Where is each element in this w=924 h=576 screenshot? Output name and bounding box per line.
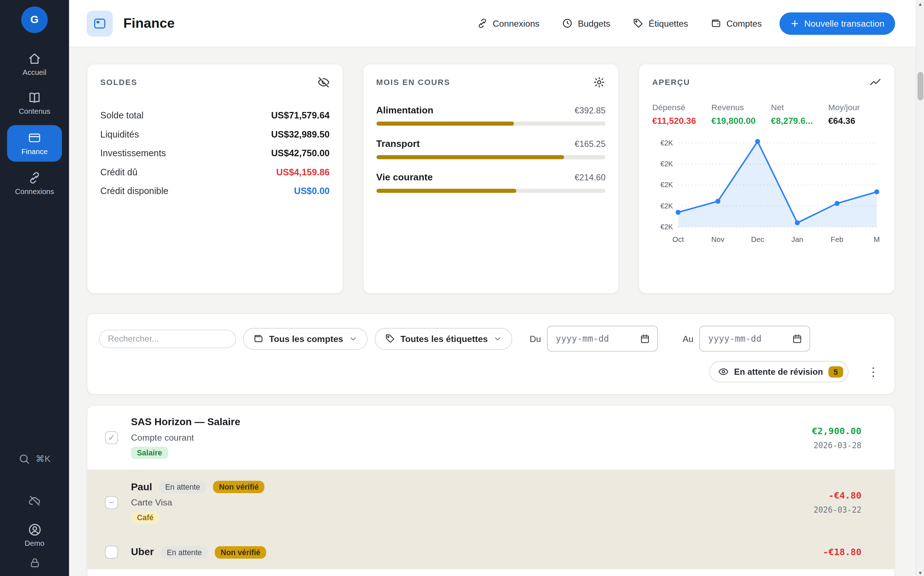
overview-stats: Dépensé €11,520.36 Revenus €19,800.00 Ne… xyxy=(652,102,881,126)
calendar-icon[interactable] xyxy=(639,333,650,344)
nav-label: Comptes xyxy=(726,18,762,29)
transaction-account: Compte courant xyxy=(131,432,799,442)
pending-review-filter[interactable]: En attente de révision 5 xyxy=(709,361,849,382)
balance-row: Investissements US$42,750.00 xyxy=(101,144,330,163)
transaction-amount: €2,900.00 xyxy=(812,426,862,436)
transaction-checkbox-indeterminate[interactable]: − xyxy=(105,496,118,509)
link-icon xyxy=(477,18,488,29)
scrollbar-down-arrow[interactable]: ▼ xyxy=(916,569,924,576)
transaction-date: 2026-03-22 xyxy=(814,505,862,514)
stat-label: Moy/jour xyxy=(828,102,860,112)
date-to-input[interactable] xyxy=(707,333,792,344)
budget-progress-fill xyxy=(376,189,516,193)
demo-user-button[interactable]: Demo xyxy=(25,523,45,547)
search-icon xyxy=(19,453,30,465)
transaction-checkbox-checked[interactable]: ✓ xyxy=(105,431,118,444)
svg-text:€2K: €2K xyxy=(660,160,673,168)
accounts-filter-dropdown[interactable]: Tous les comptes xyxy=(243,328,367,350)
balance-label: Solde total xyxy=(101,110,144,121)
balance-value: US$42,750.00 xyxy=(271,148,330,158)
date-to-field[interactable] xyxy=(699,326,810,352)
month-card-title: MOIS EN COURS xyxy=(376,78,450,87)
budget-progress-track xyxy=(376,155,606,159)
pending-badge: En attente xyxy=(161,546,208,558)
pending-review-label: En attente de révision xyxy=(734,367,823,376)
overview-card-title: APERÇU xyxy=(652,78,690,87)
gear-icon[interactable] xyxy=(593,76,605,88)
lock-icon xyxy=(29,557,40,569)
link-icon xyxy=(28,171,42,185)
date-from-group: Du xyxy=(530,326,658,352)
month-card: MOIS EN COURS Alimentation €392.85 xyxy=(363,64,619,294)
transaction-title: SAS Horizon — Salaire xyxy=(131,416,240,429)
balance-row: Solde total US$71,579.64 xyxy=(101,106,330,125)
transaction-date: 2026-03-28 xyxy=(812,440,862,450)
topbar: Finance Connexions Budgets xyxy=(69,0,924,47)
tag-icon xyxy=(384,333,395,344)
scrollbar-up-arrow[interactable]: ▲ xyxy=(916,0,924,8)
chevron-down-icon xyxy=(349,334,357,343)
lock-button[interactable] xyxy=(29,557,40,571)
new-transaction-label: Nouvelle transaction xyxy=(804,18,885,29)
svg-text:€2K: €2K xyxy=(660,181,673,189)
date-from-label: Du xyxy=(530,334,541,344)
date-to-group: Au xyxy=(683,326,810,352)
budget-item: Vie courante €214.60 xyxy=(376,172,606,193)
calendar-icon[interactable] xyxy=(792,333,802,344)
nav-label: Budgets xyxy=(578,18,610,29)
stat-net: Net €8,279.6... xyxy=(771,102,813,126)
date-to-label: Au xyxy=(683,334,693,344)
stat-label: Revenus xyxy=(711,102,756,112)
home-icon xyxy=(28,52,42,66)
wallet-icon xyxy=(253,333,264,344)
nav-connexions[interactable]: Connexions xyxy=(477,18,540,29)
sidebar-item-contenus[interactable]: Contenus xyxy=(0,86,69,120)
sidebar-item-accueil[interactable]: Accueil xyxy=(0,47,69,82)
unverified-badge: Non vérifié xyxy=(213,481,265,493)
sidebar-item-finance[interactable]: Finance xyxy=(7,125,62,162)
new-transaction-button[interactable]: Nouvelle transaction xyxy=(780,12,895,35)
tags-filter-dropdown[interactable]: Toutes les étiquettes xyxy=(375,328,512,350)
avatar[interactable]: G xyxy=(21,6,48,33)
user-icon xyxy=(27,523,42,537)
transaction-title: Uber xyxy=(131,546,154,558)
more-options-icon[interactable]: ⋮ xyxy=(864,365,882,379)
scrollbar-thumb[interactable] xyxy=(917,72,923,101)
nav-comptes[interactable]: Comptes xyxy=(711,18,762,29)
budget-progress-fill xyxy=(376,155,564,159)
budget-item: Transport €165.25 xyxy=(376,139,606,159)
scrollbar[interactable]: ▲ ▼ xyxy=(916,0,924,576)
transaction-row[interactable]: Uber En attente Non vérifié -€18.80 xyxy=(88,534,895,570)
search-input[interactable] xyxy=(99,330,236,348)
transactions-list: ✓ SAS Horizon — Salaire Compte courant S… xyxy=(87,405,895,576)
svg-text:€2K: €2K xyxy=(660,202,673,210)
budget-amount: €165.25 xyxy=(575,139,606,149)
balance-value: US$32,989.50 xyxy=(271,129,330,140)
pending-review-count-badge: 5 xyxy=(828,366,843,377)
svg-text:Nov: Nov xyxy=(711,235,725,243)
global-search[interactable]: ⌘K xyxy=(19,453,51,465)
transaction-row[interactable]: − Paul En attente Non vérifié Carte Visa… xyxy=(88,469,895,534)
budget-progress-fill xyxy=(376,122,514,126)
budgets-gauge-icon xyxy=(562,18,573,29)
date-from-input[interactable] xyxy=(554,333,639,344)
eye-off-icon[interactable] xyxy=(317,76,330,88)
transaction-row[interactable]: ✓ SAS Horizon — Salaire Compte courant S… xyxy=(88,406,895,469)
balance-row: Crédit disponible US$0.00 xyxy=(101,182,330,200)
cloud-off-button[interactable] xyxy=(28,494,41,510)
transaction-checkbox[interactable] xyxy=(105,546,118,559)
budget-amount: €214.60 xyxy=(575,173,606,182)
stat-revenus: Revenus €19,800.00 xyxy=(711,102,756,126)
nav-etiquettes[interactable]: Étiquettes xyxy=(633,18,688,29)
budget-amount: €392.85 xyxy=(575,106,606,115)
trend-icon xyxy=(869,76,881,88)
nav-budgets[interactable]: Budgets xyxy=(562,18,610,29)
line-chart: €2K€2K€2K€2K€2KOctNovDecJanFebM xyxy=(652,135,881,246)
stat-label: Dépensé xyxy=(652,102,696,112)
nav-label: Étiquettes xyxy=(649,18,688,29)
sidebar-item-label: Connexions xyxy=(15,187,54,196)
date-from-field[interactable] xyxy=(547,326,658,352)
sidebar-item-connexions[interactable]: Connexions xyxy=(0,166,69,200)
transaction-amount: -€18.80 xyxy=(823,547,862,557)
balances-card-title: SOLDES xyxy=(101,78,138,87)
